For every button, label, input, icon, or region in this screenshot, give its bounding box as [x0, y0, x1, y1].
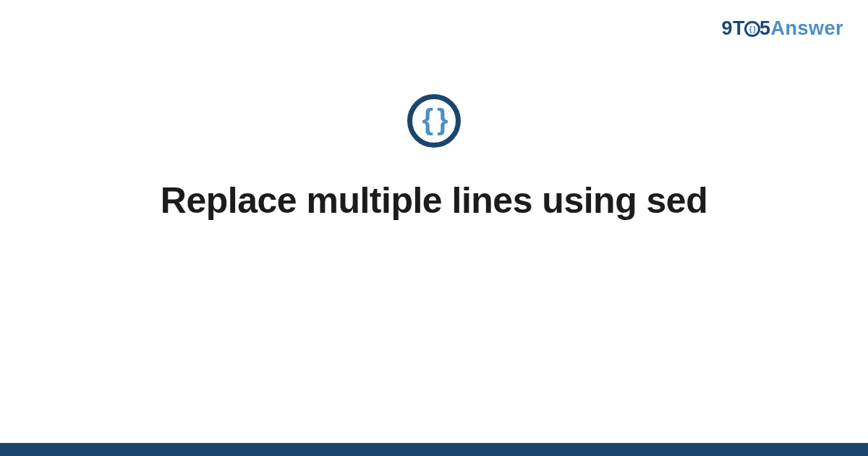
footer-accent-bar: [0, 443, 868, 456]
site-logo: 9T{ }5Answer: [721, 17, 843, 40]
page-title: Replace multiple lines using sed: [132, 180, 736, 221]
logo-text-5: 5: [760, 17, 771, 39]
category-badge: { }: [407, 94, 461, 148]
logo-text-T: T: [733, 17, 745, 39]
logo-text-answer: Answer: [770, 17, 843, 39]
logo-brace-icon: { }: [749, 25, 756, 33]
code-braces-icon: { }: [422, 105, 446, 134]
logo-clock-icon: { }: [744, 21, 760, 37]
logo-text-9: 9: [721, 17, 733, 39]
hero: { } Replace multiple lines using sed: [0, 94, 868, 221]
